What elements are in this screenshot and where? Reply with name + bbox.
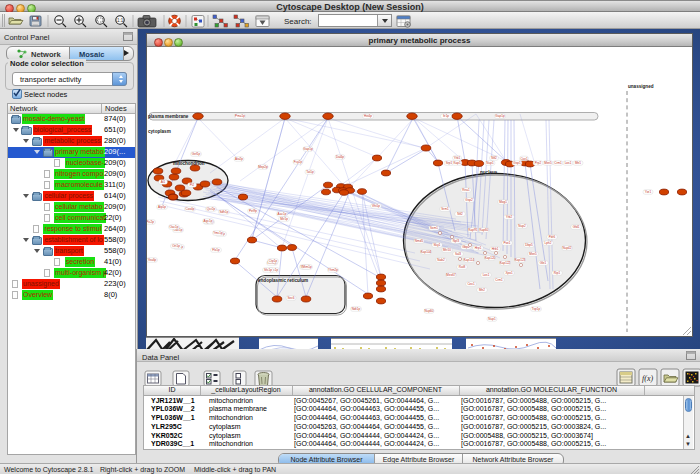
svg-text:Ctp1p: Ctp1p xyxy=(269,259,278,263)
svg-text:Ort1p: Ort1p xyxy=(172,244,180,248)
svg-text:Cse1: Cse1 xyxy=(520,157,528,161)
svg-text:Gap1p: Gap1p xyxy=(303,147,313,151)
svg-text:Crm1: Crm1 xyxy=(495,278,503,282)
svg-text:Nup1: Nup1 xyxy=(488,317,496,321)
svg-text:Rip1: Rip1 xyxy=(554,271,561,275)
svg-text:Ato2p: Ato2p xyxy=(235,157,243,161)
svg-text:Msn5: Msn5 xyxy=(544,161,552,165)
svg-text:Gsp1: Gsp1 xyxy=(513,161,521,165)
svg-text:Pma1p: Pma1p xyxy=(235,114,245,118)
svg-text:Aac1p: Aac1p xyxy=(278,212,287,216)
svg-text:Pt2: Pt2 xyxy=(190,183,195,187)
svg-text:Tat1p: Tat1p xyxy=(306,170,314,174)
svg-text:Cex1: Cex1 xyxy=(467,282,475,286)
svg-text:Mtm1p: Mtm1p xyxy=(302,265,312,269)
svg-text:Nup42: Nup42 xyxy=(562,246,571,250)
svg-text:1:1: 1:1 xyxy=(117,18,124,23)
svg-text:Tvp1p: Tvp1p xyxy=(532,307,541,311)
svg-text:Rat8: Rat8 xyxy=(459,265,466,269)
svg-text:Sky1: Sky1 xyxy=(434,243,441,247)
svg-text:Yhm2p: Yhm2p xyxy=(328,268,338,272)
svg-text:endoplasmic reticulum: endoplasmic reticulum xyxy=(258,278,308,283)
svg-text:Kap1: Kap1 xyxy=(453,161,461,165)
svg-text:Srm1: Srm1 xyxy=(441,207,449,211)
svg-text:unassigned: unassigned xyxy=(628,84,654,89)
svg-text:Vht1p: Vht1p xyxy=(372,204,380,208)
svg-text:Qcr2p: Qcr2p xyxy=(207,207,216,211)
svg-text:Gsp2: Gsp2 xyxy=(465,198,473,202)
svg-text:Ntf2: Ntf2 xyxy=(457,212,463,216)
svg-text:At1: At1 xyxy=(161,180,166,184)
svg-text:Srp1: Srp1 xyxy=(446,161,453,165)
svg-text:Oac1p: Oac1p xyxy=(169,225,178,229)
svg-text:Lph2: Lph2 xyxy=(545,241,552,245)
svg-text:Nab2: Nab2 xyxy=(437,258,445,262)
svg-text:Mex67: Mex67 xyxy=(446,273,456,277)
svg-text:cytoplasm: cytoplasm xyxy=(148,129,171,134)
svg-text:Mtr1: Mtr1 xyxy=(575,161,581,165)
svg-text:Los1: Los1 xyxy=(483,273,490,277)
svg-text:Nup2: Nup2 xyxy=(518,224,526,228)
svg-text:Ymc1p: Ymc1p xyxy=(213,231,223,235)
svg-text:f(x): f(x) xyxy=(642,374,653,383)
svg-text:Msn5: Msn5 xyxy=(529,252,537,256)
svg-text:mitochondrion: mitochondrion xyxy=(173,161,205,166)
svg-text:Kap123: Kap123 xyxy=(515,258,526,262)
svg-text:plasma membrane: plasma membrane xyxy=(148,114,189,119)
svg-text:Sfc1p: Sfc1p xyxy=(264,268,272,272)
svg-text:nucleus: nucleus xyxy=(480,170,498,175)
svg-text:Rna1: Rna1 xyxy=(462,188,470,192)
svg-text:Gef1p: Gef1p xyxy=(192,152,201,156)
svg-text:Hrb1: Hrb1 xyxy=(492,247,499,251)
svg-text:Ndt1p: Ndt1p xyxy=(352,307,361,311)
svg-text:Itr1p: Itr1p xyxy=(443,114,449,118)
svg-text:Pdr6: Pdr6 xyxy=(549,235,556,239)
svg-text:Hrp1: Hrp1 xyxy=(475,246,482,250)
svg-text:Npl3: Npl3 xyxy=(453,239,460,243)
svg-text:Cox4p: Cox4p xyxy=(186,207,195,211)
svg-text:Sal3: Sal3 xyxy=(455,252,461,256)
svg-text:Pic2p: Pic2p xyxy=(147,220,154,224)
svg-text:Kap120: Kap120 xyxy=(485,256,496,260)
svg-text:Xpo1: Xpo1 xyxy=(505,271,513,275)
svg-text:Mep2p: Mep2p xyxy=(258,165,268,169)
svg-text:Nup1: Nup1 xyxy=(486,161,494,165)
svg-text:Kap114: Kap114 xyxy=(464,258,475,262)
svg-text:Nmd5: Nmd5 xyxy=(415,239,424,243)
svg-text:Dal4p: Dal4p xyxy=(336,155,344,159)
svg-text:Nup60: Nup60 xyxy=(424,309,433,313)
svg-text:Gap1p: Gap1p xyxy=(495,114,505,118)
svg-text:Pet9p: Pet9p xyxy=(249,209,257,213)
svg-text:Atp1p: Atp1p xyxy=(158,205,166,209)
svg-text:Gfd1: Gfd1 xyxy=(573,225,580,229)
svg-text:Ntf2: Ntf2 xyxy=(491,156,497,160)
svg-text:Hxt4p: Hxt4p xyxy=(364,114,372,118)
svg-text:Kap60: Kap60 xyxy=(480,228,489,232)
svg-text:Crm1: Crm1 xyxy=(554,161,562,165)
svg-text:Flx1p: Flx1p xyxy=(212,248,220,252)
svg-text:Fcy2p: Fcy2p xyxy=(294,160,303,164)
svg-text:Sxm1: Sxm1 xyxy=(430,226,438,230)
svg-text:Mog1: Mog1 xyxy=(499,200,507,204)
svg-text:Kap122: Kap122 xyxy=(500,261,511,265)
svg-text:Yor1: Yor1 xyxy=(645,190,652,194)
svg-text:Pse1: Pse1 xyxy=(503,241,510,245)
svg-text:Mir1p: Mir1p xyxy=(280,217,288,221)
svg-text:Sdh1p: Sdh1p xyxy=(220,210,229,214)
svg-text:Kap104: Kap104 xyxy=(421,250,432,254)
svg-text:Yrb1: Yrb1 xyxy=(454,156,461,160)
svg-text:Yea6p: Yea6p xyxy=(148,258,157,262)
svg-text:Agc1p: Agc1p xyxy=(204,219,213,223)
svg-text:Mtr10: Mtr10 xyxy=(443,248,451,252)
svg-text:Gle1: Gle1 xyxy=(540,261,547,265)
svg-text:Mtr2: Mtr2 xyxy=(479,288,485,292)
svg-text:Dbp5: Dbp5 xyxy=(525,243,533,247)
svg-text:Yrb2: Yrb2 xyxy=(506,215,513,219)
svg-text:Kap95: Kap95 xyxy=(469,228,478,232)
svg-text:Los1: Los1 xyxy=(565,161,572,165)
svg-text:Prp2: Prp2 xyxy=(535,161,542,165)
svg-text:Sec6: Sec6 xyxy=(287,296,294,300)
